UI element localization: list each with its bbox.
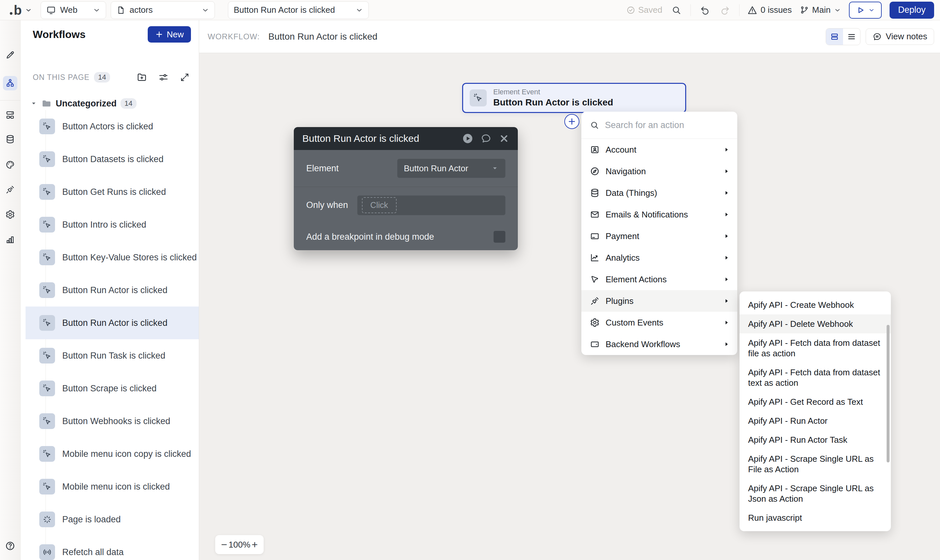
workflow-list-item[interactable]: Button Run Actor is clicked bbox=[26, 274, 199, 306]
workflow-item-label: Button Datasets is clicked bbox=[62, 154, 163, 165]
branch-select[interactable]: Main bbox=[800, 5, 841, 15]
plugin-action-label: Apify API - Create Webhook bbox=[748, 300, 854, 310]
filter-icon[interactable] bbox=[158, 72, 169, 83]
action-category[interactable]: Account bbox=[582, 139, 737, 160]
cursor-click-icon bbox=[42, 449, 52, 459]
workflow-canvas[interactable]: WORKFLOW: Button Run Actor is clicked Vi… bbox=[199, 20, 940, 560]
action-category[interactable]: Analytics bbox=[582, 247, 737, 269]
issues-indicator[interactable]: 0 issues bbox=[748, 5, 792, 15]
card-view-toggle[interactable] bbox=[826, 29, 843, 45]
action-category-label: Analytics bbox=[606, 253, 717, 263]
action-category[interactable]: Emails & Notifications bbox=[582, 204, 737, 225]
plugin-action-item[interactable]: Apify API - Delete Webhook bbox=[740, 314, 891, 333]
rail-item-data[interactable] bbox=[3, 132, 17, 146]
folder-uncategorized[interactable]: Uncategorized 14 bbox=[20, 95, 199, 112]
close-dialog-button[interactable] bbox=[499, 133, 509, 144]
workflow-list-item[interactable]: Button Webhooks is clicked bbox=[26, 405, 199, 437]
workflow-list-item[interactable]: Button Get Runs is clicked bbox=[26, 175, 199, 208]
comment-button[interactable] bbox=[480, 133, 492, 144]
action-category[interactable]: Custom Events bbox=[582, 312, 737, 333]
add-action-button[interactable] bbox=[564, 114, 579, 129]
folder-plus-icon[interactable] bbox=[137, 72, 147, 83]
compass-icon bbox=[590, 166, 600, 176]
redo-button[interactable] bbox=[719, 4, 731, 16]
plugin-action-item[interactable]: Apify API - Run Actor bbox=[740, 411, 891, 430]
plugin-action-label: Apify API - Get Record as Text bbox=[748, 397, 863, 407]
rail-item-components[interactable] bbox=[3, 108, 17, 122]
action-category[interactable]: Data (Things) bbox=[582, 182, 737, 204]
event-node[interactable]: Element Event Button Run Actor is clicke… bbox=[462, 83, 686, 113]
caret-right-icon bbox=[723, 168, 730, 175]
rail-item-workflows[interactable] bbox=[3, 76, 17, 91]
workflow-list-item[interactable]: Button Datasets is clicked bbox=[26, 143, 199, 175]
workflow-list-item[interactable]: Button Key-Value Stores is clicked bbox=[26, 241, 199, 274]
plugin-action-item[interactable]: Apify API - Run Actor Task bbox=[740, 430, 891, 449]
preview-button[interactable] bbox=[849, 2, 882, 18]
plugin-action-item[interactable]: Apify API - Create Webhook bbox=[740, 295, 891, 314]
breakpoint-checkbox[interactable] bbox=[494, 231, 505, 243]
action-category[interactable]: Element Actions bbox=[582, 269, 737, 290]
scrollbar-thumb[interactable] bbox=[887, 325, 889, 462]
zoom-out-button[interactable]: − bbox=[221, 539, 227, 550]
action-search-input[interactable] bbox=[604, 120, 729, 131]
workflow-list-item[interactable]: Button Scrape is clicked bbox=[26, 372, 199, 405]
cursor-click-icon bbox=[42, 154, 52, 164]
workflow-select[interactable]: Button Run Actor is clicked bbox=[228, 1, 369, 19]
plus-icon bbox=[155, 30, 163, 38]
workflow-list-item[interactable]: Button Actors is clicked bbox=[26, 110, 199, 143]
caret-right-icon bbox=[723, 341, 730, 348]
view-notes-button[interactable]: View notes bbox=[866, 29, 934, 45]
workflow-list-item[interactable]: Page is loaded bbox=[26, 503, 199, 536]
workflow-list-item[interactable]: Button Run Actor is clicked bbox=[26, 306, 199, 339]
workflow-list-item[interactable]: Button Intro is clicked bbox=[26, 208, 199, 241]
workflow-list-item[interactable]: Refetch all data bbox=[26, 536, 199, 560]
workflow-list-item[interactable]: Button Run Task is clicked bbox=[26, 339, 199, 372]
plugin-action-item[interactable]: Apify API - Scrape Single URL as File as… bbox=[740, 449, 891, 479]
workflow-item-label: Refetch all data bbox=[62, 547, 124, 557]
help-icon bbox=[5, 541, 15, 551]
list-view-toggle[interactable] bbox=[843, 29, 860, 45]
plugin-action-item[interactable]: Apify API - Scrape Single URL as Json as… bbox=[740, 479, 891, 508]
only-when-label: Only when bbox=[306, 200, 348, 210]
plugin-action-item[interactable]: Apify API - Fetch data from dataset text… bbox=[740, 363, 891, 392]
rail-item-plugins[interactable] bbox=[3, 182, 17, 197]
workflow-list-item[interactable]: Mobile menu icon copy is clicked bbox=[26, 437, 199, 470]
app-menu[interactable]: b bbox=[10, 4, 32, 17]
search-button[interactable] bbox=[670, 4, 683, 16]
rail-item-settings[interactable] bbox=[3, 207, 17, 222]
undo-button[interactable] bbox=[698, 4, 711, 16]
chevron-down-icon bbox=[25, 6, 32, 14]
caret-right-icon bbox=[723, 146, 730, 153]
dialog-header[interactable]: Button Run Actor is clicked bbox=[294, 127, 518, 150]
deploy-button[interactable]: Deploy bbox=[889, 2, 934, 18]
action-category[interactable]: Payment bbox=[582, 225, 737, 247]
plugin-action-item[interactable]: Run javascript bbox=[740, 508, 891, 527]
only-when-input[interactable]: Click bbox=[357, 195, 505, 215]
layers-icon bbox=[5, 110, 15, 120]
cursor-click-icon bbox=[42, 220, 52, 229]
expand-icon[interactable] bbox=[180, 72, 190, 82]
platform-label: Web bbox=[60, 5, 77, 15]
run-event-button[interactable] bbox=[462, 133, 473, 144]
action-category[interactable]: Navigation bbox=[582, 160, 737, 182]
new-workflow-button[interactable]: New bbox=[148, 26, 191, 43]
action-category[interactable]: Backend Workflows bbox=[582, 333, 737, 355]
zoom-in-button[interactable]: + bbox=[252, 539, 258, 550]
caret-right-icon bbox=[723, 319, 730, 326]
page-select[interactable]: actors bbox=[111, 1, 215, 19]
caret-right-icon bbox=[723, 232, 730, 240]
issues-label: 0 issues bbox=[760, 5, 792, 15]
platform-select[interactable]: Web bbox=[41, 1, 106, 19]
workflow-list-item[interactable]: Mobile menu icon is clicked bbox=[26, 470, 199, 503]
help-button[interactable] bbox=[3, 539, 17, 553]
action-category[interactable]: Plugins bbox=[582, 290, 737, 312]
action-search-row[interactable] bbox=[582, 112, 737, 139]
rail-item-design[interactable] bbox=[3, 48, 17, 62]
plugin-action-item[interactable]: Apify API - Fetch data from dataset file… bbox=[740, 333, 891, 363]
rail-item-styles[interactable] bbox=[3, 157, 17, 172]
element-dropdown[interactable]: Button Run Actor bbox=[397, 159, 505, 178]
plugins-submenu: Apify API - Create Webhook Apify API - D… bbox=[740, 291, 891, 531]
rail-item-logs[interactable] bbox=[3, 232, 17, 246]
cursor-click-icon bbox=[42, 318, 52, 328]
plugin-action-item[interactable]: Apify API - Get Record as Text bbox=[740, 392, 891, 411]
